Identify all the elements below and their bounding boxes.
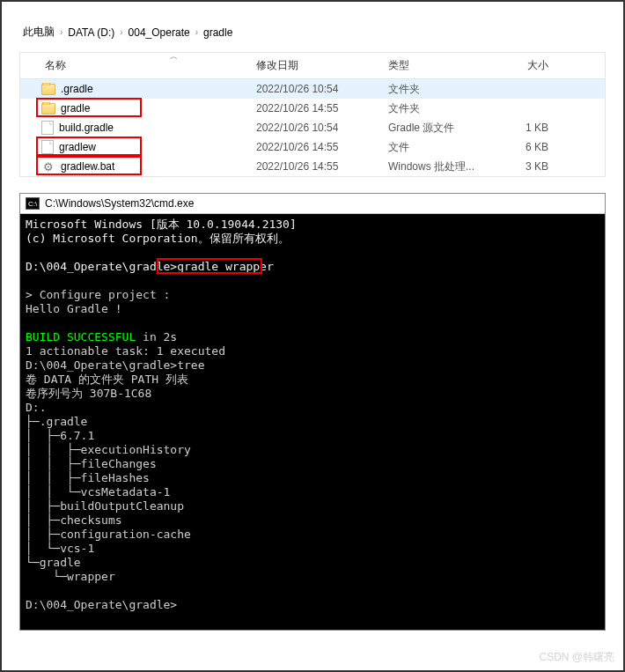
terminal-line: Hello Gradle ! — [26, 302, 122, 315]
terminal-line: └─gradle — [26, 556, 81, 569]
column-header-name[interactable]: 名称 — [20, 53, 249, 78]
file-icon — [41, 121, 54, 135]
breadcrumb[interactable]: 此电脑 › DATA (D:) › 004_Operate › gradle — [19, 19, 606, 52]
chevron-right-icon: › — [120, 27, 122, 37]
terminal-line: │ │ ├─fileChanges — [26, 457, 157, 470]
terminal-line: │ ├─buildOutputCleanup — [26, 499, 184, 513]
file-name: gradlew — [59, 141, 96, 153]
breadcrumb-item[interactable]: 此电脑 — [23, 25, 55, 40]
cmd-icon: C:\ — [26, 197, 40, 210]
table-row[interactable]: gradlew2022/10/26 14:55文件6 KB — [20, 137, 605, 157]
folder-icon — [41, 84, 55, 95]
terminal-line: │ ├─configuration-cache — [26, 528, 191, 541]
sort-ascending-icon: ︿ — [170, 51, 178, 63]
file-date: 2022/10/26 14:55 — [249, 141, 381, 153]
file-type: 文件 — [381, 140, 496, 155]
terminal-line: D:. — [26, 401, 46, 414]
gear-icon — [41, 159, 55, 174]
file-date: 2022/10/26 10:54 — [249, 122, 381, 134]
terminal-line: (c) Microsoft Corporation。保留所有权利。 — [26, 232, 290, 245]
file-name: gradlew.bat — [61, 160, 114, 173]
terminal-title-text: C:\Windows\System32\cmd.exe — [45, 197, 194, 210]
terminal-line: 1 actionable task: 1 executed — [26, 344, 225, 358]
file-list: .gradle2022/10/26 10:54文件夹gradle2022/10/… — [20, 79, 605, 176]
file-icon — [41, 140, 54, 154]
file-explorer: ︿ 名称 修改日期 类型 大小 .gradle2022/10/26 10:54文… — [19, 52, 606, 177]
file-type: Gradle 源文件 — [381, 121, 496, 136]
terminal-line: D:\004_Operate\gradle>tree — [26, 358, 205, 372]
table-header: ︿ 名称 修改日期 类型 大小 — [20, 53, 605, 79]
terminal-line: 卷序列号为 307B-1C68 — [26, 387, 151, 400]
terminal-titlebar[interactable]: C:\ C:\Windows\System32\cmd.exe — [20, 194, 605, 214]
column-header-date[interactable]: 修改日期 — [249, 53, 381, 78]
table-row[interactable]: gradlew.bat2022/10/26 14:55Windows 批处理..… — [20, 157, 605, 176]
table-row[interactable]: .gradle2022/10/26 10:54文件夹 — [20, 79, 605, 99]
file-date: 2022/10/26 10:54 — [249, 83, 381, 95]
file-type: Windows 批处理... — [381, 159, 496, 174]
terminal-line: │ ├─6.7.1 — [26, 429, 94, 442]
chevron-right-icon: › — [195, 27, 198, 37]
terminal-line: 卷 DATA 的文件夹 PATH 列表 — [26, 373, 188, 386]
file-date: 2022/10/26 14:55 — [249, 160, 381, 173]
file-name: build.gradle — [59, 122, 114, 134]
folder-icon — [41, 103, 55, 114]
terminal-window: C:\ C:\Windows\System32\cmd.exe Microsof… — [19, 193, 606, 631]
file-name: gradle — [61, 102, 90, 114]
terminal-line: │ │ ├─fileHashes — [26, 471, 150, 484]
terminal-line: BUILD SUCCESSFUL — [26, 330, 136, 343]
chevron-right-icon: › — [60, 27, 62, 37]
file-size: 1 KB — [496, 122, 566, 134]
table-row[interactable]: build.gradle2022/10/26 10:54Gradle 源文件1 … — [20, 118, 605, 137]
terminal-line: │ └─vcs-1 — [26, 542, 94, 555]
column-header-size[interactable]: 大小 — [496, 53, 566, 78]
table-row[interactable]: gradle2022/10/26 14:55文件夹 — [20, 99, 605, 118]
terminal-line: │ │ └─vcsMetadata-1 — [26, 485, 170, 498]
file-type: 文件夹 — [381, 82, 496, 97]
file-name: .gradle — [61, 83, 93, 95]
terminal-line: │ ├─checksums — [26, 513, 122, 527]
terminal-line: D:\004_Operate\gradle>gradle wrapper — [26, 260, 274, 273]
terminal-line: D:\004_Operate\gradle> — [26, 598, 177, 611]
file-size: 3 KB — [496, 160, 566, 173]
column-header-type[interactable]: 类型 — [381, 53, 496, 78]
terminal-line: │ │ ├─executionHistory — [26, 443, 191, 456]
terminal-line: └─wrapper — [26, 570, 115, 583]
file-size: 6 KB — [496, 141, 566, 153]
watermark: CSDN @韩曙亮 — [539, 650, 614, 665]
terminal-line: Microsoft Windows [版本 10.0.19044.2130] — [26, 218, 297, 231]
terminal-line: > Configure project : — [26, 288, 170, 301]
terminal-output[interactable]: Microsoft Windows [版本 10.0.19044.2130] (… — [20, 214, 605, 630]
file-type: 文件夹 — [381, 101, 496, 116]
file-date: 2022/10/26 14:55 — [249, 102, 381, 114]
terminal-line: in 2s — [136, 330, 177, 343]
breadcrumb-item[interactable]: 004_Operate — [129, 26, 190, 39]
breadcrumb-item[interactable]: gradle — [203, 26, 232, 39]
terminal-line: ├─.gradle — [26, 415, 87, 428]
breadcrumb-item[interactable]: DATA (D:) — [68, 26, 114, 39]
